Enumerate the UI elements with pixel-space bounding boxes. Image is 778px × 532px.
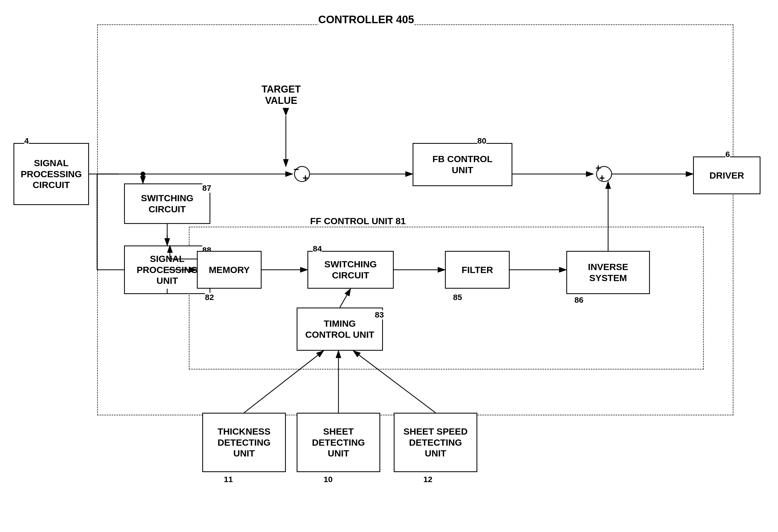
ff-control-box: [189, 227, 704, 370]
sheet-detecting: SHEET DETECTING UNIT: [297, 413, 380, 472]
inverse-id: 86: [574, 295, 583, 305]
fb-control-unit: FB CONTROL UNIT: [412, 143, 513, 186]
controller-label: CONTROLLER 405: [318, 13, 414, 26]
sheet-id: 10: [324, 475, 332, 484]
sheet-speed-detecting: SHEET SPEED DETECTING UNIT: [394, 413, 477, 472]
sc84-id: 84: [313, 244, 322, 253]
timing-control-unit: TIMING CONTROL UNIT: [297, 308, 383, 351]
sheet-speed-id: 12: [423, 475, 432, 484]
ff-control-label: FF CONTROL UNIT 81: [310, 216, 406, 226]
thickness-id: 11: [224, 475, 233, 484]
thickness-detecting: THICKNESS DETECTING UNIT: [202, 413, 286, 472]
driver-block: DRIVER: [693, 156, 761, 194]
inverse-system-block: INVERSE SYSTEM: [566, 251, 650, 294]
memory-block: MEMORY: [197, 251, 261, 289]
signal-processing-circuit: SIGNAL PROCESSING CIRCUIT: [13, 143, 89, 205]
diagram: CONTROLLER 405 FF CONTROL UNIT 81 SIGNAL…: [0, 0, 778, 532]
filter-block: FILTER: [445, 251, 510, 289]
switching-circuit-84: SWITCHING CIRCUIT: [307, 251, 394, 289]
fb-id: 80: [477, 136, 486, 145]
filter-id: 85: [453, 293, 462, 302]
memory-id: 82: [205, 293, 214, 302]
sc87-id: 87: [202, 183, 211, 193]
target-value-label: TARGET VALUE: [261, 84, 301, 106]
spc-id: 4: [24, 136, 29, 145]
driver-id: 6: [725, 150, 730, 159]
switching-circuit-87: SWITCHING CIRCUIT: [124, 183, 210, 224]
tcu-id: 83: [375, 310, 384, 319]
